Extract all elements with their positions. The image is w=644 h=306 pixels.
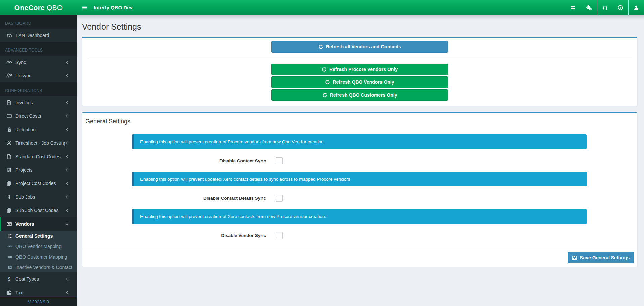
- brand-logo[interactable]: OneCore QBO: [0, 0, 77, 15]
- menu-icon: [81, 5, 88, 10]
- chevron-left-icon: [65, 114, 69, 118]
- copy-icon: [6, 208, 12, 213]
- save-general-settings-button[interactable]: Save General Settings: [568, 252, 634, 263]
- building-icon: [6, 167, 12, 173]
- refresh-icon: [322, 93, 327, 98]
- chevron-left-icon: [65, 155, 69, 159]
- chevron-left-icon: [65, 128, 69, 132]
- chevron-left-icon: [65, 101, 69, 105]
- chevron-left-icon: [65, 141, 69, 145]
- refresh-icon: [318, 44, 323, 49]
- card-header: General Settings: [82, 113, 637, 129]
- page-title: Vendor Settings: [82, 22, 637, 32]
- main-content: Vendor Settings Refresh all Vendors and …: [77, 15, 644, 306]
- chevron-left-icon: [65, 291, 69, 295]
- navbar-actions: [565, 0, 644, 15]
- link-icon: [6, 60, 12, 65]
- help-button[interactable]: [613, 0, 628, 15]
- setting-row: Disable Vendor Sync: [85, 232, 634, 239]
- refresh-qbo-customers-button[interactable]: Refresh QBO Customers Only: [271, 89, 448, 101]
- info-callout: Enabling this option will prevent creati…: [132, 134, 587, 149]
- refresh-icon: [322, 67, 327, 72]
- sidebar-item-invoices[interactable]: Invoices: [0, 96, 77, 109]
- card-icon: [6, 113, 12, 119]
- file-icon: [6, 154, 12, 159]
- refresh-actions-card: Refresh all Vendors and Contacts Refresh…: [82, 37, 637, 106]
- sidebar-section-advanced-tools: ADVANCED TOOLS: [0, 42, 77, 56]
- save-icon: [572, 255, 577, 260]
- chevron-left-icon: [65, 60, 69, 64]
- unlink-icon: [6, 73, 12, 78]
- chevron-left-icon: [65, 195, 69, 199]
- company-link[interactable]: Interfy QBO Dev: [94, 0, 133, 15]
- gauge-icon: [6, 33, 12, 38]
- info-callout: Enabling this option will prevent update…: [132, 172, 587, 186]
- sidebar-toggle-button[interactable]: [77, 0, 92, 15]
- sidebar-item-unsync[interactable]: Unsync: [0, 69, 77, 82]
- sidebar-item-direct-costs[interactable]: Direct Costs: [0, 109, 77, 123]
- sidebar: DASHBOARD TXN Dashboard ADVANCED TOOLS S…: [0, 15, 77, 306]
- exchange-icon: [570, 5, 576, 10]
- sidebar-section-configurations: CONFIGURATIONS: [0, 82, 77, 96]
- sidebar-item-cost-types[interactable]: Cost Types: [0, 272, 77, 286]
- disable-vendor-sync-label: Disable Vendor Sync: [85, 233, 266, 238]
- support-button[interactable]: [597, 0, 613, 15]
- refresh-all-vendors-contacts-button[interactable]: Refresh all Vendors and Contacts: [271, 41, 448, 53]
- copy-icon: [6, 181, 12, 186]
- green-button-group: Refresh Procore Vendors Only Refresh QBO…: [85, 64, 634, 101]
- setting-row: Disable Contact Sync: [85, 157, 634, 164]
- refresh-icon: [325, 80, 330, 85]
- divider: [87, 58, 632, 58]
- general-settings-card: General Settings Enabling this option wi…: [82, 112, 637, 267]
- tools-icon: [6, 140, 12, 146]
- contacts-icon: [7, 265, 13, 270]
- chevron-left-icon: [65, 181, 69, 185]
- disable-contact-details-sync-label: Disable Contact Details Sync: [85, 196, 266, 201]
- sidebar-item-standard-cost-codes[interactable]: Standard Cost Codes: [0, 150, 77, 163]
- dollar-icon: [6, 276, 12, 282]
- settings-button[interactable]: [581, 0, 597, 15]
- sidebar-section-dashboard: DASHBOARD: [0, 15, 77, 29]
- file-text-icon: [6, 100, 12, 105]
- chevron-left-icon: [65, 277, 69, 281]
- sidebar-item-sync[interactable]: Sync: [0, 56, 77, 69]
- link-icon: [7, 254, 13, 259]
- sidebar-menu: DASHBOARD TXN Dashboard ADVANCED TOOLS S…: [0, 15, 77, 299]
- sidebar-item-qbo-customer-mapping[interactable]: QBO Customer Mapping: [0, 251, 77, 262]
- sidebar-item-project-cost-codes[interactable]: Project Cost Codes: [0, 177, 77, 190]
- chevron-down-icon: [65, 222, 69, 226]
- exchange-button[interactable]: [565, 0, 581, 15]
- link-icon: [7, 244, 13, 249]
- card-footer: Save General Settings: [82, 248, 637, 267]
- setting-row: Disable Contact Details Sync: [85, 195, 634, 202]
- sidebar-item-sub-job-cost-codes[interactable]: Sub Job Cost Codes: [0, 204, 77, 217]
- sidebar-item-inactive-vendors-contacts[interactable]: Inactive Vendors & Contacts: [0, 262, 77, 272]
- sidebar-item-timesheet-job-costings[interactable]: Timesheet - Job Costings: [0, 136, 77, 150]
- card-body: Enabling this option will prevent creati…: [82, 129, 637, 248]
- user-icon: [633, 5, 639, 10]
- chevron-left-icon: [65, 168, 69, 172]
- help-icon: [617, 5, 623, 10]
- vendors-submenu: General Settings QBO Vendor Mapping QBO …: [0, 231, 77, 272]
- refresh-procore-vendors-button[interactable]: Refresh Procore Vendors Only: [271, 64, 448, 75]
- sidebar-item-sub-jobs[interactable]: Sub Jobs: [0, 190, 77, 204]
- disable-contact-sync-label: Disable Contact Sync: [85, 158, 266, 163]
- brand-bold: OneCore: [14, 4, 45, 12]
- refresh-qbo-vendors-button[interactable]: Refresh QBO Vendors Only: [271, 76, 448, 88]
- cogs-icon: [586, 5, 592, 10]
- sidebar-item-retention[interactable]: Retention: [0, 123, 77, 136]
- sidebar-item-general-settings[interactable]: General Settings: [0, 231, 77, 241]
- user-menu-button[interactable]: [629, 0, 644, 15]
- disable-contact-details-sync-checkbox[interactable]: [276, 195, 283, 202]
- info-callout: Enabling this option will prevent creati…: [132, 209, 587, 224]
- sidebar-item-projects[interactable]: Projects: [0, 163, 77, 177]
- sidebar-item-txn-dashboard[interactable]: TXN Dashboard: [0, 29, 77, 42]
- disable-vendor-sync-checkbox[interactable]: [276, 232, 283, 239]
- top-navbar: OneCore QBO Interfy QBO Dev: [0, 0, 644, 15]
- headset-icon: [602, 5, 608, 10]
- sidebar-item-qbo-vendor-mapping[interactable]: QBO Vendor Mapping: [0, 241, 77, 251]
- id-card-icon: [6, 221, 12, 227]
- disable-contact-sync-checkbox[interactable]: [276, 157, 283, 164]
- pie-chart-icon: [6, 290, 12, 295]
- sidebar-item-vendors[interactable]: Vendors: [0, 217, 77, 231]
